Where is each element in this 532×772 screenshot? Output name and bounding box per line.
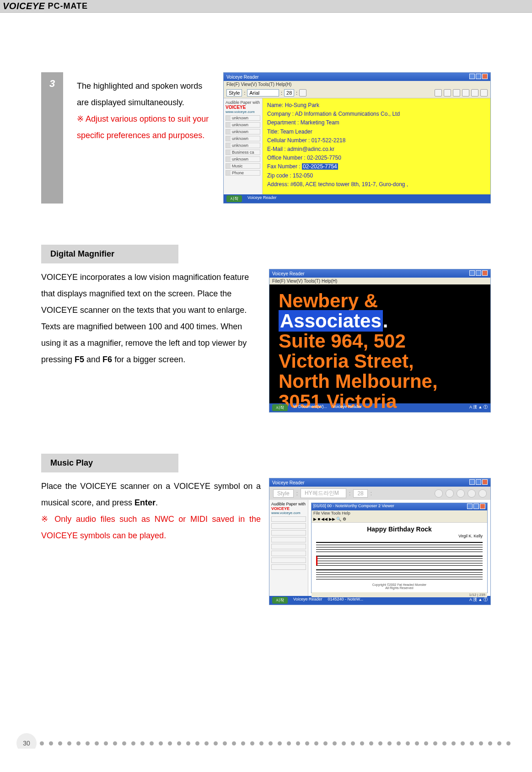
- section-text: VOICEYE incorporates a low vision magnif…: [41, 269, 261, 413]
- line-cell: Cellular Number : 017-522-2218: [267, 136, 486, 145]
- magnifier-window: Voiceye Reader File(F) View(V) Tools(T) …: [269, 269, 491, 413]
- size-field: 28: [353, 489, 367, 498]
- side-item: unknown: [226, 129, 260, 134]
- window-toolbar: Style : Arial : 28 :: [224, 88, 490, 98]
- taskbar: 시작 Voiceye Reader: [224, 194, 490, 203]
- step-text: The highlighted and spoken words are dis…: [77, 78, 210, 111]
- window-controls: [468, 270, 488, 277]
- side-item: [271, 530, 306, 536]
- side-caption: Audible Paper with: [271, 502, 306, 506]
- next-icon: [468, 489, 476, 498]
- score-byline: Virgil K. Kelly: [316, 534, 483, 538]
- start-button: 시작: [272, 404, 288, 411]
- window-titlebar: [01/03] 00 - NoteWorthy Composer 2 Viewe…: [312, 503, 487, 510]
- page-number: 30: [16, 733, 37, 749]
- window-titlebar: Voiceye Reader: [269, 269, 490, 278]
- task-item: W Document(W)...: [293, 404, 327, 411]
- toolbar-btn: [471, 89, 478, 96]
- window-titlebar: Voiceye Reader: [224, 73, 490, 81]
- step-block: 3 The highlighted and spoken words are d…: [41, 72, 491, 204]
- sidebar: Audible Paper with VOICEYE www.voiceye.c…: [224, 98, 263, 194]
- window-controls: [466, 504, 485, 510]
- toolbar-btn: [480, 89, 488, 96]
- music-p1: Place the VOICEYE scanner on a VOICEYE s…: [41, 478, 261, 511]
- side-url: www.voiceye.com: [226, 110, 260, 114]
- play-icon: [435, 489, 443, 498]
- toolbar-btn: [444, 89, 451, 96]
- side-item: [271, 544, 306, 549]
- section-text: Place the VOICEYE scanner on a VOICEYE s…: [41, 478, 261, 605]
- window-menu: File View Tools Help: [312, 510, 487, 516]
- status-bar: 1/12 | 235: [312, 592, 487, 597]
- line-fax: Fax Number : 02-2025-7754: [267, 162, 486, 171]
- line-office: Office Number : 02-2025-7750: [267, 154, 486, 162]
- line-dept: Department : Marketing Team: [267, 118, 486, 127]
- window-title: Voiceye Reader: [272, 480, 305, 485]
- key-enter: Enter: [134, 498, 156, 507]
- window-toolbar: Style : HY헤드라인M : 28 :: [269, 487, 490, 500]
- mag-line: Associates.: [279, 311, 481, 331]
- tray: A 漢 ▲ ①: [469, 404, 488, 411]
- toolbar-btn: [299, 89, 306, 96]
- side-item: unknown: [226, 122, 260, 128]
- mag-p1: VOICEYE incorporates a low vision magnif…: [41, 269, 261, 318]
- brand-logo: VOICEYE: [3, 1, 45, 11]
- toolbar-btn: [453, 89, 460, 96]
- task-item: Voiceye Reader: [333, 404, 362, 411]
- window-title: [01/03] 00 - NoteWorthy Composer 2 Viewe…: [313, 504, 394, 510]
- app-header: VOICEYE PC-MATE: [0, 0, 532, 13]
- brand-sub: PC-MATE: [48, 1, 88, 11]
- size-field: 28: [284, 89, 294, 96]
- toolbar-btn: [435, 89, 442, 96]
- taskbar: 시작 W Document(W)... Voiceye Reader A 漢 ▲…: [269, 403, 490, 412]
- staff-line: [316, 542, 483, 552]
- line-name: Name: Ho-Sung Park: [267, 101, 486, 110]
- page-body: 3 The highlighted and spoken words are d…: [0, 13, 532, 665]
- line-company: Company : AD Information & Communication…: [267, 110, 486, 118]
- window-controls: [468, 74, 488, 80]
- side-item: unknown: [226, 156, 260, 162]
- sidebar: Audible Paper with VOICEYE www.voiceye.c…: [269, 500, 308, 596]
- side-item: Music: [226, 163, 260, 169]
- toolbar-btn: [462, 89, 469, 96]
- music-figure: Voiceye Reader Style : HY헤드라인M : 28 :: [269, 478, 491, 605]
- line-zip: Zip code : 152-050: [267, 172, 486, 180]
- highlighted-word: 02-2025-7754: [302, 163, 338, 170]
- pause-icon: [446, 489, 454, 498]
- side-item: [271, 564, 306, 570]
- score-credit: Copyright ©2002 Fat Headed Monster All R…: [316, 583, 483, 590]
- font-field: HY헤드라인M: [301, 488, 346, 498]
- key-f6: F6: [102, 355, 112, 364]
- staff-line: [316, 569, 483, 579]
- mag-line: Victoria Street,: [279, 351, 481, 371]
- score-title: Happy Birthday Rock: [316, 525, 483, 533]
- content-pane: [01/03] 00 - NoteWorthy Composer 2 Viewe…: [308, 500, 490, 596]
- side-item: Phone: [226, 170, 260, 176]
- side-item: [271, 523, 306, 529]
- window-menu: File(F) View(V) Tools(T) Help(H): [269, 278, 490, 284]
- score-window: [01/03] 00 - NoteWorthy Composer 2 Viewe…: [311, 503, 488, 593]
- side-caption: Audible Paper with: [226, 100, 260, 105]
- window-menu: File(F) View(V) Tools(T) Help(H): [224, 81, 490, 88]
- side-item: [271, 558, 306, 563]
- content-pane: Name: Ho-Sung Park Company : AD Informat…: [263, 98, 490, 194]
- side-brand: VOICEYE: [226, 105, 260, 110]
- line-addr: Address: #608, ACE techno tower 8th, 191…: [267, 180, 486, 189]
- style-label: Style: [226, 89, 242, 96]
- mag-p2: Texts are magnified between 100 and 400 …: [41, 318, 261, 368]
- side-brand: VOICEYE: [271, 506, 306, 511]
- mag-line: Newbery &: [279, 291, 481, 311]
- score-area: Happy Birthday Rock Virgil K. Kelly Copy…: [312, 523, 487, 592]
- help-icon: [478, 489, 487, 498]
- score-toolbar: ▶ ■ ◀◀ ▶▶ 🔍 ⚙: [312, 516, 487, 523]
- step-note: ※ Adjust various options to suit your sp…: [77, 111, 210, 144]
- line-title: Title: Team Leader: [267, 128, 486, 136]
- step-number: 3: [41, 72, 63, 204]
- side-item: [271, 537, 306, 542]
- side-item: unknown: [226, 115, 260, 121]
- start-button: 시작: [226, 195, 242, 202]
- side-item: [271, 551, 306, 556]
- task-item: 0145240 - NoteW...: [328, 597, 364, 604]
- task-item: Voiceye Reader: [247, 195, 277, 202]
- window-title: Voiceye Reader: [226, 75, 259, 80]
